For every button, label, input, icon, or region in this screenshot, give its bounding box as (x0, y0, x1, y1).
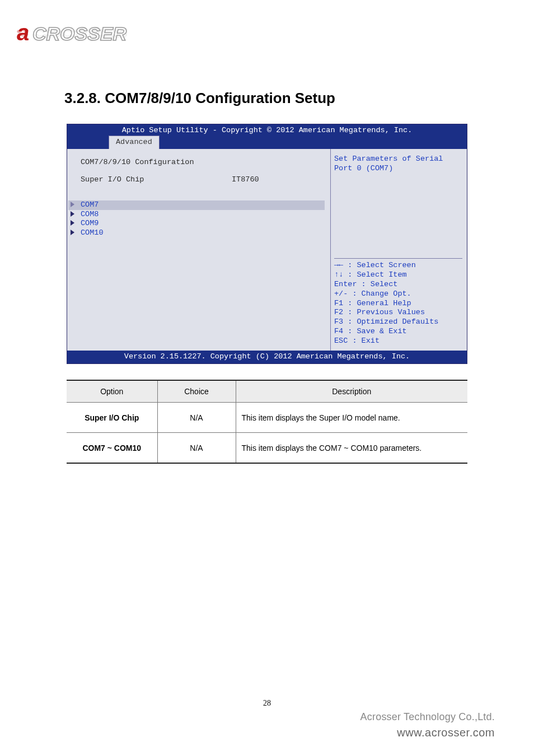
page-footer: Acrosser Technology Co.,Ltd. www.acrosse… (360, 711, 495, 739)
bios-nav-line: F3 : Optimized Defaults (334, 318, 462, 327)
bios-nav-line: F4 : Save & Exit (334, 327, 462, 337)
svg-text:CROSSER: CROSSER (32, 27, 127, 39)
bios-nav-line: Enter : Select (334, 280, 462, 290)
bios-com-list: COM7 COM8 COM9 COM10 (81, 200, 325, 239)
bios-screenshot: Aptio Setup Utility - Copyright © 2012 A… (67, 124, 467, 364)
bios-nav-line: F1 : General Help (334, 299, 462, 309)
table-header-choice: Choice (157, 380, 236, 403)
bios-com-label: COM10 (81, 228, 104, 237)
table-cell-option: COM7 ~ COM10 (67, 433, 157, 463)
table-row: COM7 ~ COM10 N/A This item displays the … (67, 433, 467, 463)
bios-nav-line: F2 : Previous Values (334, 308, 462, 318)
triangle-icon (71, 211, 74, 217)
bios-item-com10[interactable]: COM10 (68, 228, 325, 238)
bios-nav-line: ESC : Exit (334, 337, 462, 346)
table-row: Super I/O Chip N/A This item displays th… (67, 403, 467, 433)
bios-help-text: Set Parameters of Serial Port 0 (COM7) (334, 155, 462, 258)
acrosser-logo-svg: a CROSSER a CROSSER (17, 17, 174, 56)
table-header-row: Option Choice Description (67, 380, 467, 403)
bios-superio-value: IT8760 (232, 175, 259, 185)
table-cell-description: This item displays the COM7 ~ COM10 para… (236, 433, 467, 463)
triangle-icon (71, 230, 74, 235)
bios-help-pane: Set Parameters of Serial Port 0 (COM7) →… (330, 149, 467, 351)
bios-com-label: COM9 (81, 219, 99, 227)
bios-item-com7[interactable]: COM7 (68, 200, 325, 210)
bios-item-com8[interactable]: COM8 (68, 210, 325, 220)
table-cell-choice: N/A (157, 403, 236, 433)
footer-url: www.acrosser.com (360, 726, 495, 739)
page-number: 28 (0, 699, 534, 708)
bios-superio-row: Super I/O Chip IT8760 (81, 175, 325, 185)
bios-com-label: COM7 (81, 200, 99, 209)
bios-config-title: COM7/8/9/10 Configuration (81, 158, 325, 167)
table-cell-description: This item displays the Super I/O model n… (236, 403, 467, 433)
svg-text:a: a (17, 27, 29, 41)
triangle-icon (71, 202, 74, 207)
bios-superio-label: Super I/O Chip (81, 175, 232, 185)
bios-com-label: COM8 (81, 210, 99, 218)
table-header-option: Option (67, 380, 157, 403)
table-header-description: Description (236, 380, 467, 403)
table-cell-option: Super I/O Chip (67, 403, 157, 433)
bios-title-bar: Aptio Setup Utility - Copyright © 2012 A… (67, 124, 467, 136)
bios-tab-row: Advanced (67, 136, 467, 149)
bios-version-bar: Version 2.15.1227. Copyright (C) 2012 Am… (67, 351, 467, 363)
options-table: Option Choice Description Super I/O Chip… (67, 380, 467, 464)
triangle-icon (71, 220, 74, 226)
bios-main-pane: COM7/8/9/10 Configuration Super I/O Chip… (67, 149, 330, 351)
bios-tab-advanced[interactable]: Advanced (109, 136, 160, 149)
section-heading: 3.2.8. COM7/8/9/10 Configuration Setup (64, 90, 534, 107)
table-cell-choice: N/A (157, 433, 236, 463)
bios-nav-line: +/- : Change Opt. (334, 290, 462, 299)
bios-nav-line: ↑↓ : Select Item (334, 270, 462, 280)
bios-nav-help: →← : Select Screen ↑↓ : Select Item Ente… (334, 258, 462, 346)
brand-logo: a CROSSER a CROSSER (17, 17, 174, 56)
footer-company: Acrosser Technology Co.,Ltd. (360, 711, 495, 723)
bios-item-com9[interactable]: COM9 (68, 219, 325, 228)
bios-nav-line: →← : Select Screen (334, 261, 462, 270)
